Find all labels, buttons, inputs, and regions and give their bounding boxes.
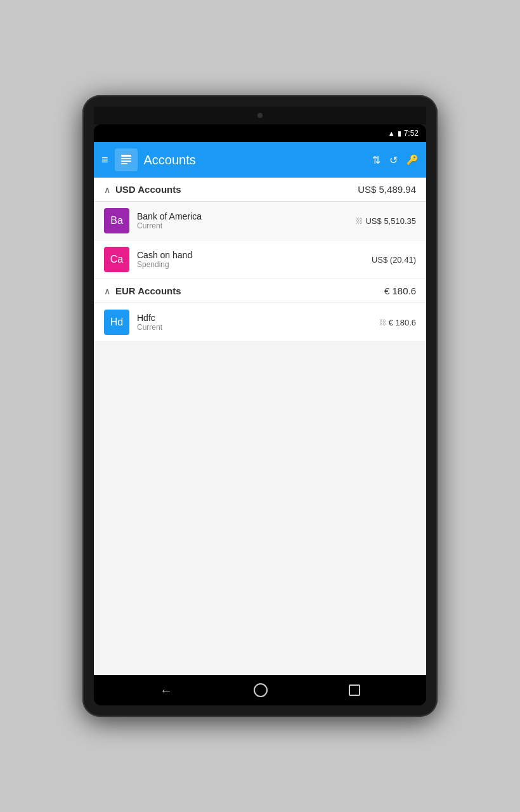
toolbar: ≡ Accounts ⇅ ↺ 🔑 [94, 142, 426, 178]
account-info-boa: Bank of America Current [137, 211, 348, 230]
account-balance: US$ 5,510.35 [365, 216, 416, 226]
wifi-icon: ▲ [388, 129, 395, 137]
group-header-usd[interactable]: ∧ USD Accounts US$ 5,489.94 [94, 178, 426, 202]
link-icon: ⛓ [379, 318, 386, 326]
camera-dot [257, 113, 263, 118]
account-balance: € 180.6 [389, 318, 416, 327]
svg-rect-0 [121, 155, 131, 157]
content-list: ∧ USD Accounts US$ 5,489.94 Ba Bank of A… [94, 178, 426, 675]
recents-button[interactable] [349, 684, 360, 696]
account-item-hdfc[interactable]: Hd Hdfc Current ⛓ € 180.6 [94, 303, 426, 342]
app-icon [115, 148, 138, 171]
sort-button[interactable]: ⇅ [372, 154, 380, 166]
svg-rect-2 [121, 160, 131, 162]
app-screen: ≡ Accounts ⇅ ↺ 🔑 ∧ [94, 142, 426, 675]
account-item-boa[interactable]: Ba Bank of America Current ⛓ US$ 5,510.3… [94, 202, 426, 240]
status-time: 7:52 [404, 129, 419, 138]
svg-rect-1 [121, 158, 131, 159]
menu-icon[interactable]: ≡ [101, 154, 108, 166]
chevron-icon: ∧ [104, 185, 110, 195]
link-icon: ⛓ [356, 217, 363, 225]
refresh-button[interactable]: ↺ [389, 154, 398, 166]
camera-area [94, 107, 426, 124]
group-header-eur[interactable]: ∧ EUR Accounts € 180.6 [94, 279, 426, 303]
account-avatar-hdfc: Hd [104, 310, 129, 335]
group-total: US$ 5,489.94 [358, 184, 416, 195]
account-avatar-boa: Ba [104, 208, 129, 233]
account-balance-area: US$ (20.41) [372, 255, 416, 265]
toolbar-actions: ⇅ ↺ 🔑 [372, 154, 419, 166]
status-bar: ▲ ▮ 7:52 [94, 124, 426, 142]
svg-rect-3 [121, 163, 127, 164]
status-icons: ▲ ▮ 7:52 [388, 129, 419, 138]
back-button[interactable]: ← [160, 683, 172, 698]
account-name: Hdfc [137, 313, 372, 323]
group-label: USD Accounts [115, 184, 353, 195]
tablet-device: ▲ ▮ 7:52 ≡ Accounts [82, 95, 438, 717]
account-name: Bank of America [137, 211, 348, 221]
add-key-button[interactable]: 🔑 [406, 154, 419, 166]
group-total: € 180.6 [384, 285, 416, 296]
account-item-cash[interactable]: Ca Cash on hand Spending US$ (20.41) [94, 240, 426, 279]
account-balance: US$ (20.41) [372, 255, 416, 265]
account-info-hdfc: Hdfc Current [137, 313, 372, 332]
group-label: EUR Accounts [115, 285, 379, 296]
tablet-screen: ▲ ▮ 7:52 ≡ Accounts [94, 124, 426, 705]
nav-bar: ← [94, 675, 426, 705]
battery-icon: ▮ [398, 129, 401, 138]
toolbar-title: Accounts [144, 153, 366, 167]
chevron-icon: ∧ [104, 286, 110, 296]
account-name: Cash on hand [137, 250, 364, 260]
account-info-cash: Cash on hand Spending [137, 250, 364, 269]
account-type: Spending [137, 260, 364, 269]
account-type: Current [137, 221, 348, 230]
account-avatar-cash: Ca [104, 247, 129, 272]
account-type: Current [137, 323, 372, 332]
account-balance-area: ⛓ US$ 5,510.35 [356, 216, 416, 226]
account-balance-area: ⛓ € 180.6 [379, 318, 416, 327]
home-button[interactable] [254, 683, 268, 697]
